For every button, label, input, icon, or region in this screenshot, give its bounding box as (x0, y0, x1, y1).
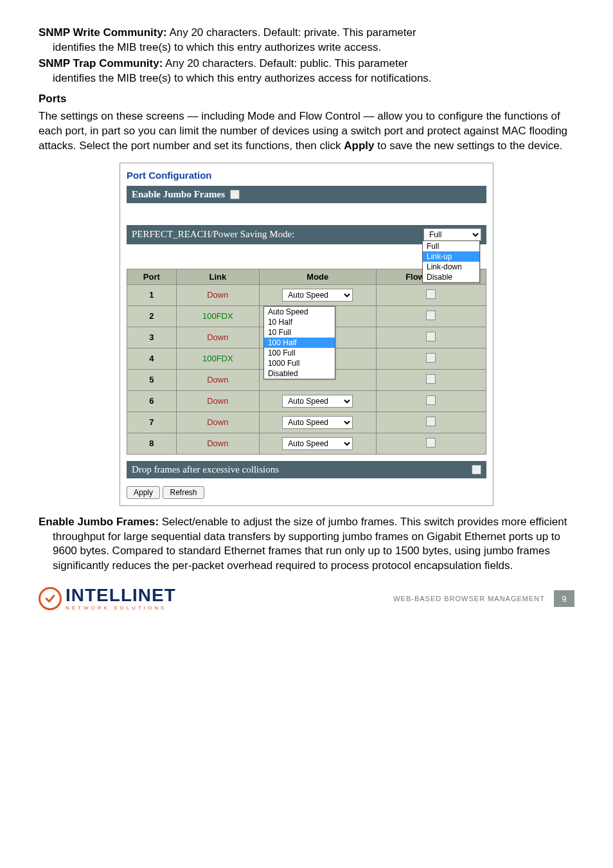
dropdown-option[interactable]: Link-down (423, 262, 479, 272)
brand-tagline: NETWORK SOLUTIONS (66, 606, 176, 611)
flow-control-checkbox[interactable] (426, 289, 436, 299)
power-saving-mode-select[interactable]: Full (423, 228, 481, 241)
mode-option[interactable]: Auto Speed (264, 307, 335, 317)
link-cell: Down (176, 411, 259, 433)
flow-control-checkbox[interactable] (426, 374, 436, 384)
page-footer: INTELLINET NETWORK SOLUTIONS WEB-BASED B… (39, 586, 574, 611)
port-config-table: Port Link Mode Flow Control 1DownAuto Sp… (127, 269, 486, 455)
snmp-trap-paragraph: SNMP Trap Community: Any 20 characters. … (39, 57, 574, 86)
port-cell: 1 (127, 284, 177, 305)
refresh-button[interactable]: Refresh (163, 486, 204, 499)
mode-select[interactable]: Auto Speed (282, 416, 353, 429)
brand-logo: INTELLINET NETWORK SOLUTIONS (39, 586, 176, 611)
link-cell: Down (176, 433, 259, 454)
enable-jumbo-frames-label: Enable Jumbo Frames (132, 189, 225, 200)
port-cell: 8 (127, 433, 177, 454)
table-row: 6DownAuto Speed (127, 390, 486, 411)
flow-control-cell (376, 284, 486, 305)
mode-dropdown-open[interactable]: Auto Speed10 Half10 Full100 Half100 Full… (263, 306, 335, 379)
link-cell: Down (176, 390, 259, 411)
flow-control-checkbox[interactable] (426, 438, 436, 448)
flow-control-checkbox[interactable] (426, 332, 436, 341)
col-mode: Mode (259, 269, 376, 284)
drop-frames-row: Drop frames after excessive collisions (127, 461, 486, 478)
power-saving-mode-dropdown[interactable]: Full Link-up Link-down Disable (422, 240, 480, 283)
flow-control-checkbox[interactable] (426, 353, 436, 363)
snmp-write-paragraph: SNMP Write Community: Any 20 characters.… (39, 26, 574, 55)
page-number: 9 (554, 590, 574, 607)
power-saving-mode-label: PERFECT_REACH/Power Saving Mode: (132, 229, 294, 240)
check-icon (39, 587, 62, 610)
drop-frames-label: Drop frames after excessive collisions (132, 464, 279, 475)
panel-title: Port Configuration (127, 170, 486, 181)
dropdown-option[interactable]: Disable (423, 272, 479, 282)
port-cell: 3 (127, 327, 177, 348)
ports-heading: Ports (39, 93, 574, 105)
table-row: 1DownAuto Speed (127, 284, 486, 305)
mode-cell: Auto Speed10 Half10 Full100 Half100 Full… (259, 305, 376, 327)
flow-control-cell (376, 369, 486, 390)
snmp-trap-label: SNMP Trap Community: (39, 57, 163, 69)
link-cell: Down (176, 284, 259, 305)
enable-jumbo-frames-row: Enable Jumbo Frames (127, 186, 486, 203)
mode-option[interactable]: 100 Full (264, 348, 335, 358)
flow-control-checkbox[interactable] (426, 395, 436, 405)
port-cell: 6 (127, 390, 177, 411)
table-row: 7DownAuto Speed (127, 411, 486, 433)
table-row: 8DownAuto Speed (127, 433, 486, 454)
col-port: Port (127, 269, 177, 284)
link-cell: Down (176, 327, 259, 348)
drop-frames-checkbox[interactable] (472, 465, 481, 475)
port-cell: 2 (127, 305, 177, 327)
mode-cell: Auto Speed (259, 433, 376, 454)
flow-control-checkbox[interactable] (426, 311, 436, 320)
port-configuration-panel: Port Configuration Enable Jumbo Frames P… (120, 163, 493, 506)
flow-control-cell (376, 327, 486, 348)
mode-cell: Auto Speed (259, 411, 376, 433)
mode-cell: Auto Speed (259, 284, 376, 305)
mode-option[interactable]: 1000 Full (264, 358, 335, 368)
enable-jumbo-frames-paragraph: Enable Jumbo Frames: Select/enable to ad… (39, 515, 574, 574)
apply-button[interactable]: Apply (127, 486, 160, 499)
dropdown-option[interactable]: Link-up (423, 251, 479, 262)
mode-select[interactable]: Auto Speed (282, 437, 353, 450)
ports-description: The settings on these screens — includin… (39, 109, 574, 154)
flow-control-cell (376, 390, 486, 411)
port-cell: 4 (127, 348, 177, 369)
brand-name: INTELLINET (66, 586, 176, 604)
flow-control-cell (376, 433, 486, 454)
link-cell: 100FDX (176, 305, 259, 327)
mode-option[interactable]: 100 Half (264, 338, 335, 348)
enable-jumbo-frames-checkbox[interactable] (230, 190, 240, 199)
port-cell: 5 (127, 369, 177, 390)
snmp-write-label: SNMP Write Community: (39, 26, 167, 39)
mode-cell: Auto Speed (259, 390, 376, 411)
mode-option[interactable]: Disabled (264, 368, 335, 379)
mode-select[interactable]: Auto Speed (282, 395, 353, 408)
port-cell: 7 (127, 411, 177, 433)
mode-option[interactable]: 10 Half (264, 317, 335, 327)
footer-label: WEB-BASED BROWSER MANAGEMENT (393, 595, 545, 602)
ejf-para-label: Enable Jumbo Frames: (39, 516, 159, 528)
dropdown-option[interactable]: Full (423, 241, 479, 251)
mode-option[interactable]: 10 Full (264, 327, 335, 338)
col-link: Link (176, 269, 259, 284)
flow-control-cell (376, 348, 486, 369)
flow-control-checkbox[interactable] (426, 417, 436, 426)
table-row: 2100FDXAuto Speed10 Half10 Full100 Half1… (127, 305, 486, 327)
flow-control-cell (376, 305, 486, 327)
link-cell: 100FDX (176, 348, 259, 369)
link-cell: Down (176, 369, 259, 390)
mode-select[interactable]: Auto Speed (282, 289, 353, 302)
flow-control-cell (376, 411, 486, 433)
